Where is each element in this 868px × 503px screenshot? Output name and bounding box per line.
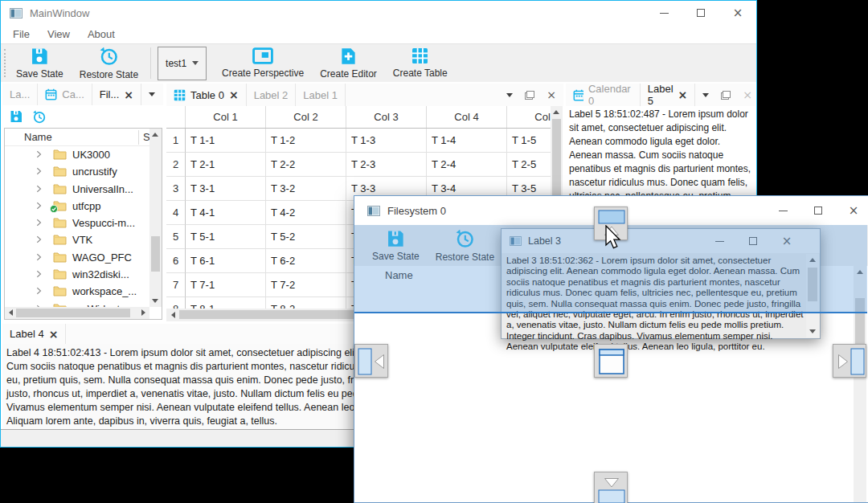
- chevron-right-icon[interactable]: [36, 150, 42, 158]
- tree-item[interactable]: UK3000: [5, 146, 149, 163]
- table-cell[interactable]: T 6-1: [186, 249, 266, 273]
- maximize-button[interactable]: [682, 1, 719, 25]
- tree-item[interactable]: win32diski...: [5, 266, 149, 283]
- chevron-right-icon[interactable]: [36, 270, 42, 278]
- chevron-right-icon[interactable]: [36, 202, 42, 210]
- table-cell[interactable]: T 1-3: [346, 129, 427, 153]
- table-cell[interactable]: T 2-2: [266, 153, 346, 177]
- dock-close-icon[interactable]: ×: [743, 89, 752, 100]
- tree-item[interactable]: wwWidgets: [5, 301, 149, 307]
- scroll-left-icon[interactable]: [171, 312, 175, 318]
- minimize-button[interactable]: [765, 196, 800, 225]
- tab-menu-icon[interactable]: [506, 93, 513, 97]
- chevron-right-icon[interactable]: [36, 167, 42, 175]
- tree-item[interactable]: VTK: [5, 231, 149, 248]
- tree-item[interactable]: WAGO_PFC: [5, 249, 149, 266]
- tab-close-icon[interactable]: ×: [124, 88, 133, 101]
- tab-label1[interactable]: Label 1: [296, 84, 346, 106]
- table-cell[interactable]: T 5-1: [186, 225, 266, 249]
- tab-filesystem[interactable]: Fil... ×: [92, 84, 141, 105]
- create-table-button[interactable]: Create Table: [385, 44, 456, 82]
- scroll-up-icon[interactable]: [553, 110, 559, 114]
- perspective-dropdown[interactable]: test1: [158, 47, 207, 80]
- tab-label2[interactable]: Label 2: [247, 84, 297, 106]
- table-cell[interactable]: T 6-2: [266, 249, 346, 273]
- table-cell[interactable]: T 2-4: [427, 153, 507, 177]
- scrollbar-thumb[interactable]: [151, 236, 160, 272]
- minimize-button[interactable]: [645, 1, 682, 25]
- column-header[interactable]: Col 5: [507, 106, 551, 128]
- column-header[interactable]: Col 1: [186, 106, 266, 128]
- table-cell[interactable]: T 4-2: [266, 201, 346, 225]
- tab-label4[interactable]: Label 4 ×: [2, 324, 66, 344]
- tree-item[interactable]: Vespucci-m...: [5, 215, 149, 231]
- toolbar-grip[interactable]: [4, 49, 6, 77]
- table-cell[interactable]: T 1-4: [427, 129, 507, 153]
- close-button[interactable]: ×: [836, 196, 868, 225]
- scroll-left-icon[interactable]: [9, 309, 13, 316]
- tree-vertical-scrollbar[interactable]: [149, 129, 162, 307]
- table-cell[interactable]: T 4-1: [186, 201, 266, 225]
- detach-icon[interactable]: [525, 91, 534, 100]
- menu-file[interactable]: File: [4, 27, 39, 42]
- chevron-right-icon[interactable]: [36, 287, 42, 295]
- table-cell[interactable]: T 7-1: [186, 273, 266, 297]
- table-cell[interactable]: T 5-2: [266, 225, 346, 249]
- column-header[interactable]: Col 4: [427, 106, 507, 128]
- dock-indicator-right-icon[interactable]: [833, 344, 866, 378]
- table-row[interactable]: 2T 2-1T 2-2T 2-3T 2-4T 2-5: [166, 153, 551, 177]
- table-cell[interactable]: T 1-5: [507, 129, 551, 153]
- save-icon[interactable]: [10, 110, 23, 123]
- table-cell[interactable]: T 3-2: [266, 177, 346, 201]
- tab-close-icon[interactable]: ×: [229, 88, 239, 101]
- tab-calendar0[interactable]: Calendar 0: [566, 84, 641, 106]
- tree-horizontal-scrollbar[interactable]: [5, 307, 149, 319]
- tab-label0[interactable]: La...: [2, 84, 38, 105]
- create-editor-button[interactable]: Create Editor: [312, 44, 385, 82]
- tree-item[interactable]: workspace_...: [5, 283, 149, 300]
- menu-about[interactable]: About: [79, 27, 124, 42]
- restore-state-button[interactable]: Restore State: [72, 44, 146, 82]
- column-header[interactable]: Col 3: [346, 106, 427, 128]
- main-titlebar[interactable]: MainWindow ×: [1, 1, 756, 25]
- table-cell[interactable]: T 1-1: [186, 129, 266, 153]
- tree-item[interactable]: utfcpp: [5, 198, 149, 215]
- table-cell[interactable]: T 2-5: [507, 153, 551, 177]
- tab-close-icon[interactable]: ×: [49, 328, 59, 341]
- tree-item[interactable]: UniversalIn...: [5, 181, 149, 198]
- scrollbar-thumb[interactable]: [16, 309, 130, 317]
- tab-table0[interactable]: Table 0 ×: [166, 84, 247, 106]
- save-state-button[interactable]: Save State: [8, 44, 72, 82]
- maximize-button[interactable]: [800, 196, 836, 225]
- scrollbar-thumb[interactable]: [552, 119, 561, 207]
- dock-close-icon[interactable]: ×: [547, 89, 556, 100]
- tree-header[interactable]: Name Siz: [5, 129, 162, 146]
- table-cell[interactable]: T 2-3: [346, 153, 427, 177]
- menu-view[interactable]: View: [39, 27, 79, 42]
- column-header[interactable]: Col 2: [266, 106, 346, 128]
- chevron-right-icon[interactable]: [36, 235, 42, 243]
- scroll-down-icon[interactable]: [152, 299, 158, 303]
- tree-item[interactable]: uncrustify: [5, 163, 149, 180]
- dock-indicator-center-icon[interactable]: [594, 344, 628, 378]
- table-cell[interactable]: T 7-2: [266, 273, 346, 297]
- name-column-header[interactable]: Name: [24, 131, 52, 143]
- table-cell[interactable]: T 3-1: [186, 177, 266, 201]
- create-perspective-button[interactable]: Create Perspective: [214, 44, 312, 82]
- tab-close-icon[interactable]: ×: [678, 88, 688, 101]
- detach-icon[interactable]: [721, 91, 731, 100]
- scroll-down-icon[interactable]: [809, 329, 816, 333]
- restore-icon[interactable]: [32, 110, 46, 124]
- scroll-right-icon[interactable]: [141, 309, 145, 316]
- close-button[interactable]: ×: [719, 1, 756, 25]
- dock-indicator-bottom-icon[interactable]: [594, 472, 628, 503]
- tab-calendar[interactable]: Ca...: [38, 84, 92, 105]
- dock-indicator-left-icon[interactable]: [354, 344, 388, 378]
- chevron-right-icon[interactable]: [36, 219, 42, 227]
- scroll-up-icon[interactable]: [152, 133, 158, 137]
- chevron-right-icon[interactable]: [36, 185, 42, 193]
- tab-label5[interactable]: Label 5 ×: [641, 84, 696, 106]
- table-cell[interactable]: T 1-2: [266, 129, 346, 153]
- tab-menu-icon[interactable]: [149, 92, 155, 96]
- table-cell[interactable]: T 2-1: [186, 153, 266, 177]
